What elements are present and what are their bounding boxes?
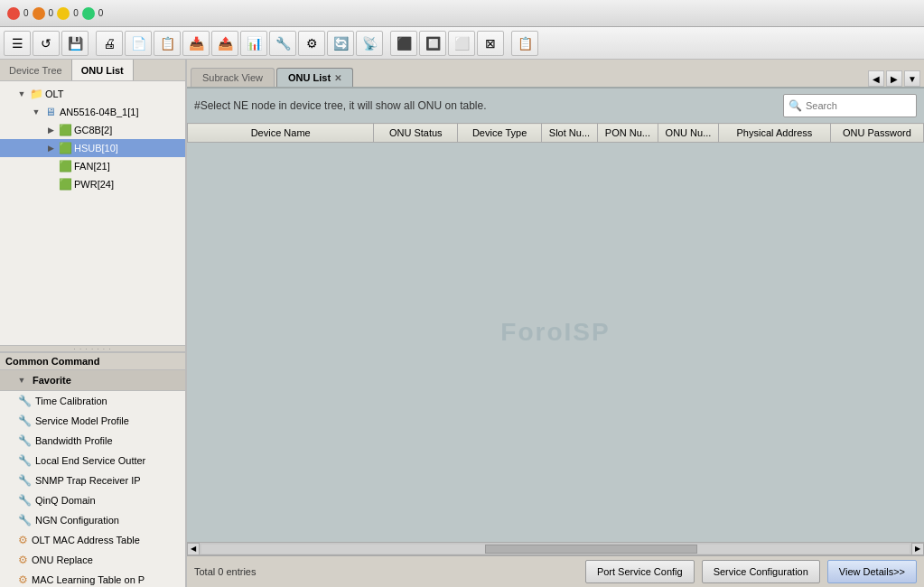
col-onu-num[interactable]: ONU Nu... [658, 124, 718, 143]
search-input[interactable] [783, 94, 917, 117]
expander-pwr [43, 177, 58, 191]
toolbar-btn-gear[interactable]: ⚙ [298, 31, 325, 56]
view-details-btn[interactable]: View Details>> [827, 560, 917, 583]
favorite-expander[interactable]: ▼ [14, 373, 29, 387]
toolbar-btn-print[interactable]: 🖨 [96, 31, 123, 56]
toolbar-btn-chart[interactable]: 📊 [240, 31, 267, 56]
onu-table: Device Name ONU Status Device Type Slot … [187, 123, 924, 143]
green-traffic-light[interactable] [82, 7, 95, 20]
toolbar-btn-save[interactable]: 💾 [61, 31, 89, 56]
toolbar-btn-sq4[interactable]: ⊠ [477, 31, 504, 56]
toolbar-btn-sq3[interactable]: ⬜ [448, 31, 475, 56]
col-physical-address[interactable]: Physical Address [719, 124, 831, 143]
common-command-label: Common Command [5, 356, 100, 367]
fav-label-local-end: Local End Service Outter [35, 455, 145, 466]
tree-item-olt[interactable]: ▼ 📁 OLT [0, 85, 185, 103]
col-device-type[interactable]: Device Type [458, 124, 542, 143]
tree-label-an5516: AN5516-04B_1[1] [60, 107, 138, 117]
tool-icon-time-cal: 🔧 [18, 395, 32, 407]
expander-hsub[interactable]: ▶ [43, 141, 58, 155]
orange-count: 0 [49, 8, 54, 18]
fav-label-service-model: Service Model Profile [35, 415, 129, 426]
col-onu-status[interactable]: ONU Status [374, 124, 458, 143]
toolbar-btn-copy[interactable]: 📋 [154, 31, 181, 56]
tool-icon-qinq: 🔧 [18, 494, 32, 507]
search-icon: 🔍 [789, 99, 802, 112]
red-traffic-light[interactable] [7, 7, 20, 20]
tool-icon-ngn: 🔧 [18, 514, 32, 526]
fav-label-time-cal: Time Calibration [35, 396, 107, 406]
tree-item-gc8b[interactable]: ▶ 🟩 GC8B[2] [0, 121, 185, 139]
tree-label-pwr: PWR[24] [74, 179, 114, 190]
tool-icon-bandwidth: 🔧 [18, 434, 32, 447]
expander-olt[interactable]: ▼ [14, 87, 29, 101]
fav-service-model[interactable]: 🔧 Service Model Profile [0, 411, 185, 431]
tree-item-hsub[interactable]: ▶ 🟩 HSUB[10] [0, 139, 185, 157]
hscroll-thumb[interactable] [485, 545, 697, 554]
toolbar-btn-new[interactable]: 📄 [125, 31, 152, 56]
fav-bandwidth[interactable]: 🔧 Bandwidth Profile [0, 431, 185, 451]
expander-gc8b[interactable]: ▶ [43, 123, 58, 137]
port-service-config-btn[interactable]: Port Service Config [585, 560, 695, 583]
toolbar-btn-refresh[interactable]: ↺ [33, 31, 60, 56]
toolbar-btn-menu[interactable]: ☰ [4, 31, 31, 56]
fav-mac-learning[interactable]: ⚙ MAC Learning Table on P [0, 570, 185, 587]
fav-mac-address[interactable]: ⚙ OLT MAC Address Table [0, 530, 185, 550]
toolbar-btn-import[interactable]: 📥 [182, 31, 210, 56]
info-message: #Select NE node in device tree, it will … [194, 99, 487, 112]
col-pon-num[interactable]: PON Nu... [597, 124, 658, 143]
toolbar-btn-export[interactable]: 📤 [211, 31, 238, 56]
orange-traffic-light[interactable] [33, 7, 45, 20]
resize-handle[interactable]: · · · · · · · [0, 345, 185, 352]
left-panel: Device Tree ONU List ▼ 📁 OLT ▼ 🖥 AN5516-… [0, 60, 187, 587]
tool-icon-local-end: 🔧 [18, 454, 32, 467]
col-device-name[interactable]: Device Name [188, 124, 374, 143]
tree-item-an5516[interactable]: ▼ 🖥 AN5516-04B_1[1] [0, 103, 185, 121]
nav-arrow-left[interactable]: ◀ [868, 70, 884, 87]
yellow-traffic-light[interactable] [57, 7, 70, 20]
tree-item-fan[interactable]: 🟩 FAN[21] [0, 157, 185, 175]
toolbar-btn-sync[interactable]: 🔄 [327, 31, 354, 56]
expander-fan [43, 159, 58, 173]
nav-arrow-down[interactable]: ▼ [904, 70, 920, 87]
expander-an5516[interactable]: ▼ [29, 105, 43, 119]
right-tab-bar: Subrack View ONU List ✕ ◀ ▶ ▼ [187, 60, 924, 89]
tab-onu-list-left[interactable]: ONU List [72, 60, 134, 80]
tab-device-tree[interactable]: Device Tree [0, 60, 72, 80]
toolbar-btn-sq2[interactable]: 🔲 [419, 31, 446, 56]
wrench-icon-onu-replace: ⚙ [18, 554, 28, 566]
fav-label-onu-replace: ONU Replace [32, 554, 93, 565]
fav-time-calibration[interactable]: 🔧 Time Calibration [0, 391, 185, 411]
toolbar-sep-3 [506, 31, 509, 56]
hscroll-track[interactable] [201, 545, 910, 554]
fav-onu-replace[interactable]: ⚙ ONU Replace [0, 550, 185, 570]
tab-onu-list-right[interactable]: ONU List ✕ [276, 68, 353, 87]
table-header-row: Device Name ONU Status Device Type Slot … [188, 124, 924, 143]
horizontal-scrollbar[interactable]: ◀ ▶ [187, 542, 924, 554]
fav-label-snmp: SNMP Trap Receiver IP [35, 475, 141, 486]
col-slot-num[interactable]: Slot Nu... [542, 124, 598, 143]
component-icon-fan: 🟩 [58, 159, 72, 173]
footer-bar: Total 0 entries Port Service Config Serv… [187, 554, 924, 587]
toolbar-btn-network[interactable]: 📡 [356, 31, 383, 56]
tool-icon-service-model: 🔧 [18, 415, 32, 427]
fav-label-ngn: NGN Configuration [35, 515, 119, 526]
tab-onu-list-close[interactable]: ✕ [334, 73, 341, 83]
fav-label-mac-address: OLT MAC Address Table [32, 535, 140, 545]
tab-subrack-view[interactable]: Subrack View [191, 68, 275, 87]
toolbar-btn-config[interactable]: 📋 [511, 31, 538, 56]
toolbar-btn-tool[interactable]: 🔧 [269, 31, 296, 56]
fav-qinq[interactable]: 🔧 QinQ Domain [0, 490, 185, 510]
fav-ngn[interactable]: 🔧 NGN Configuration [0, 510, 185, 530]
toolbar-btn-sq1[interactable]: ⬛ [390, 31, 417, 56]
col-onu-password[interactable]: ONU Password [830, 124, 923, 143]
hscroll-arrow-left[interactable]: ◀ [187, 543, 200, 555]
nav-arrow-right[interactable]: ▶ [886, 70, 902, 87]
data-table-wrapper[interactable]: Device Name ONU Status Device Type Slot … [187, 123, 924, 542]
fav-local-end[interactable]: 🔧 Local End Service Outter [0, 451, 185, 471]
hscroll-arrow-right[interactable]: ▶ [911, 543, 924, 555]
tree-item-pwr[interactable]: 🟩 PWR[24] [0, 175, 185, 193]
tree-label-fan: FAN[21] [74, 161, 110, 172]
fav-snmp[interactable]: 🔧 SNMP Trap Receiver IP [0, 471, 185, 490]
service-configuration-btn[interactable]: Service Configuration [702, 560, 820, 583]
